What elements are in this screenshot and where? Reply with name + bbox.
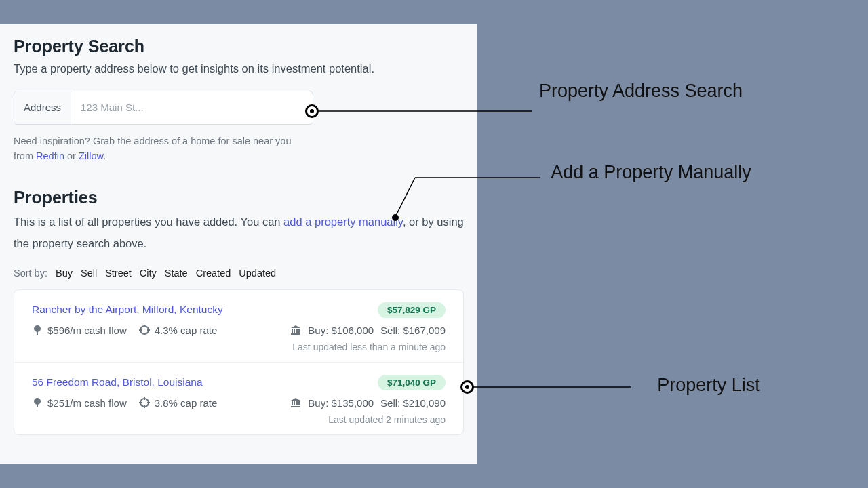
redfin-link[interactable]: Redfin [36, 150, 64, 161]
target-icon [139, 325, 150, 336]
property-list: Rancher by the Airport, Milford, Kentuck… [14, 289, 464, 435]
sell-value: Sell: $210,090 [380, 397, 446, 409]
sort-opt-state[interactable]: State [165, 268, 188, 279]
gp-badge: $71,040 GP [378, 375, 446, 390]
cap-value: 3.8% cap rate [155, 397, 218, 409]
bank-icon [290, 325, 301, 336]
svg-rect-1 [37, 331, 38, 335]
tree-icon [32, 397, 43, 408]
hint-or: or [64, 150, 79, 161]
annotation-label: Property List [593, 374, 824, 397]
cashflow-value: $596/m cash flow [47, 325, 127, 336]
bank-icon [290, 397, 301, 408]
sort-opt-buy[interactable]: Buy [56, 268, 73, 279]
svg-rect-11 [298, 329, 300, 333]
main-panel: Property Search Type a property address … [0, 24, 477, 464]
annotation-label: Property Address Search [526, 80, 756, 103]
zillow-link[interactable]: Zillow [79, 150, 103, 161]
sort-opt-created[interactable]: Created [196, 268, 231, 279]
sort-opt-updated[interactable]: Updated [239, 268, 276, 279]
sell-value: Sell: $167,009 [380, 325, 446, 336]
add-property-manually-link[interactable]: add a property manually [283, 216, 403, 228]
cap-value: 4.3% cap rate [155, 325, 218, 336]
gp-badge: $57,829 GP [378, 302, 446, 318]
svg-rect-25 [291, 406, 300, 407]
search-subtext: Type a property address below to get ins… [14, 60, 464, 77]
annotation-label: Add a Property Manually [536, 161, 766, 184]
tree-icon [32, 325, 43, 336]
svg-rect-22 [294, 401, 295, 405]
address-label: Address [14, 92, 71, 124]
cashflow-value: $251/m cash flow [47, 397, 127, 409]
property-title-link[interactable]: Rancher by the Airport, Milford, Kentuck… [32, 304, 223, 316]
pointer-marker [305, 104, 319, 118]
buy-value: Buy: $135,000 [308, 397, 374, 409]
pointer-marker [392, 214, 399, 221]
cashflow-metric: $251/m cash flow [32, 397, 127, 409]
sort-opt-street[interactable]: Street [105, 268, 132, 279]
updated-text: Last updated less than a minute ago [32, 342, 446, 352]
sort-opt-sell[interactable]: Sell [81, 268, 97, 279]
target-icon [139, 397, 150, 408]
cashflow-metric: $596/m cash flow [32, 325, 127, 336]
sort-label: Sort by: [14, 268, 47, 279]
sort-row: Sort by: Buy Sell Street City State Crea… [14, 268, 464, 279]
cap-metric: 4.3% cap rate [139, 325, 218, 336]
svg-rect-14 [37, 403, 38, 407]
svg-marker-20 [291, 398, 300, 401]
desc-prefix: This is a list of all properties you hav… [14, 216, 283, 228]
property-card[interactable]: Rancher by the Airport, Milford, Kentuck… [14, 290, 463, 363]
pointer-marker [460, 380, 474, 394]
search-heading: Property Search [14, 37, 464, 56]
sort-opt-city[interactable]: City [140, 268, 157, 279]
property-title-link[interactable]: 56 Freedom Road, Bristol, Louisiana [32, 376, 203, 388]
svg-marker-7 [291, 325, 300, 328]
inspiration-hint: Need inspiration? Grab the address of a … [14, 134, 312, 164]
svg-rect-12 [291, 333, 300, 335]
svg-rect-21 [292, 401, 293, 405]
svg-rect-23 [296, 401, 298, 405]
svg-rect-24 [298, 401, 300, 405]
property-card[interactable]: 56 Freedom Road, Bristol, Louisiana $71,… [14, 363, 463, 434]
buy-value: Buy: $106,000 [308, 325, 374, 336]
address-search-box[interactable]: Address [14, 91, 313, 125]
properties-heading: Properties [14, 188, 464, 207]
cap-metric: 3.8% cap rate [139, 397, 218, 409]
svg-rect-10 [296, 329, 298, 333]
svg-rect-8 [292, 329, 293, 333]
svg-rect-9 [294, 329, 295, 333]
updated-text: Last updated 2 minutes ago [32, 414, 446, 425]
address-input[interactable] [71, 92, 313, 124]
hint-suffix: . [103, 150, 106, 161]
